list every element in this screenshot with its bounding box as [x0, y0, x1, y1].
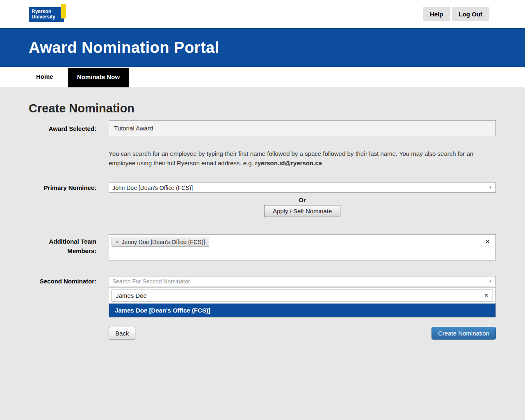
logout-button[interactable]: Log Out — [452, 7, 489, 21]
page-title: Create Nomination — [29, 102, 525, 115]
award-selected-label: Award Selected: — [29, 120, 96, 136]
ryerson-logo-box: Ryerson University — [29, 7, 64, 22]
or-label: Or — [109, 196, 496, 203]
help-text-email: ryerson.id@ryerson.ca — [255, 160, 322, 167]
primary-nominee-select[interactable]: John Doe [Dean's Office (FCS)] ▼ — [109, 183, 496, 193]
back-button[interactable]: Back — [109, 327, 135, 340]
actions-row: Back Create Nomination — [109, 327, 496, 340]
second-nominator-search-input[interactable] — [112, 290, 493, 301]
award-selected-input[interactable] — [109, 120, 496, 136]
logo-yellow-bar — [61, 4, 66, 18]
apply-self-nominate-button[interactable]: Apply / Self Nominate — [264, 205, 340, 217]
topbar-actions: Help Log Out — [423, 7, 489, 21]
primary-nominee-row: Primary Nominee: John Doe [Dean's Office… — [29, 183, 525, 217]
second-nominator-select[interactable]: Search For Second Nominator ▲ — [109, 276, 496, 286]
second-nominator-dropdown: × James Doe [Dean's Office (FCS)] — [109, 287, 496, 317]
help-row: You can search for an employee by typing… — [29, 149, 525, 168]
search-help-text: You can search for an employee by typing… — [109, 149, 496, 168]
logo-line2: University — [32, 14, 55, 20]
help-row-spacer — [29, 149, 96, 168]
topbar: Ryerson University Help Log Out — [0, 0, 525, 28]
portal-title: Award Nomination Portal — [0, 29, 525, 66]
dropdown-search-wrap: × — [109, 288, 495, 304]
team-member-tag-label: Jenny Doe [Dean's Office (FCS)] — [122, 239, 205, 245]
help-button[interactable]: Help — [423, 7, 450, 21]
award-row: Award Selected: — [29, 120, 525, 136]
team-member-tag: × Jenny Doe [Dean's Office (FCS)] — [112, 237, 209, 247]
ryerson-logo[interactable]: Ryerson University — [29, 7, 66, 22]
nav-nominate-now[interactable]: Nominate Now — [68, 68, 129, 87]
second-nominator-row: Second Nominator: Search For Second Nomi… — [29, 276, 525, 317]
apply-button-wrap: Apply / Self Nominate — [109, 205, 496, 217]
second-nominator-field: Search For Second Nominator ▲ × James Do… — [109, 276, 496, 317]
create-nomination-button[interactable]: Create Nomination — [431, 327, 496, 340]
team-members-field: × Jenny Doe [Dean's Office (FCS)] × — [109, 234, 496, 260]
team-members-box[interactable]: × Jenny Doe [Dean's Office (FCS)] × — [109, 234, 496, 260]
nav-home[interactable]: Home — [29, 67, 61, 87]
award-field — [109, 120, 496, 136]
team-members-row: Additional Team Members: × Jenny Doe [De… — [29, 234, 525, 260]
banner: Award Nomination Portal — [0, 28, 525, 67]
dropdown-option-highlighted[interactable]: James Doe [Dean's Office (FCS)] — [109, 304, 495, 317]
clear-team-members-icon[interactable]: × — [486, 238, 489, 244]
main-nav: Home Nominate Now — [0, 67, 525, 87]
clear-search-icon[interactable]: × — [484, 292, 488, 298]
chevron-up-icon: ▲ — [488, 279, 492, 283]
primary-nominee-field: John Doe [Dean's Office (FCS)] ▼ Or Appl… — [109, 183, 496, 217]
chevron-down-icon: ▼ — [488, 186, 492, 189]
second-nominator-placeholder: Search For Second Nominator — [112, 278, 190, 285]
logo-line1: Ryerson — [32, 9, 51, 14]
team-members-label: Additional Team Members: — [29, 234, 96, 260]
primary-nominee-value: John Doe [Dean's Office (FCS)] — [112, 185, 193, 191]
remove-tag-icon[interactable]: × — [116, 239, 119, 245]
content: Create Nomination Award Selected: You ca… — [0, 87, 525, 340]
team-members-label-line2: Members: — [29, 246, 96, 256]
primary-nominee-label: Primary Nominee: — [29, 183, 96, 217]
second-nominator-label: Second Nominator: — [29, 276, 96, 317]
team-members-label-line1: Additional Team — [29, 237, 96, 246]
